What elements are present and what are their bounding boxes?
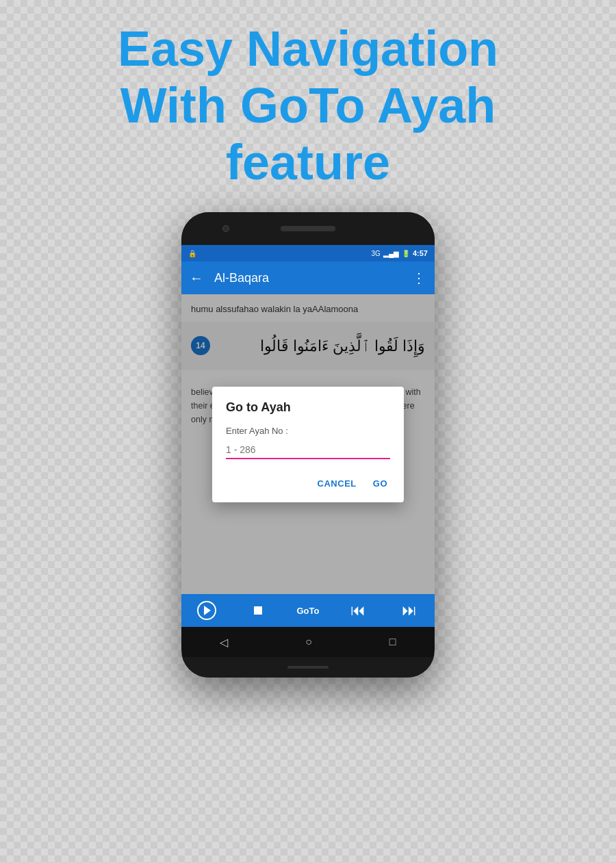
phone-mockup: 🔒 3G ▂▄▆ 🔋 4:57 ← Al-Baqara ⋮ humu alssu… (181, 212, 435, 678)
signal-text: 3G (372, 250, 381, 257)
stop-square-icon (254, 606, 262, 615)
prev-button[interactable]: ⏮ (346, 598, 370, 623)
go-button[interactable]: GO (370, 473, 390, 494)
ayah-number-input[interactable] (226, 441, 390, 458)
phone-speaker (281, 226, 335, 231)
heading-line2: With GoTo Ayah (41, 77, 575, 134)
phone-bottom-bezel (181, 657, 435, 678)
bottom-nav: GoTo ⏮ ⏭ (181, 594, 435, 627)
dialog-label: Enter Ayah No : (226, 426, 390, 436)
dialog-title: Go to Ayah (226, 400, 390, 415)
android-recents-button[interactable]: □ (389, 636, 396, 648)
phone-camera (222, 225, 229, 232)
play-circle-icon (197, 601, 216, 620)
phone-bottom-bar (287, 666, 329, 669)
time-display: 4:57 (413, 249, 428, 257)
play-button[interactable] (194, 598, 219, 623)
android-home-button[interactable]: ○ (305, 636, 312, 648)
play-triangle-icon (204, 606, 211, 615)
menu-button[interactable]: ⋮ (412, 270, 426, 286)
heading-line1: Easy Navigation (41, 21, 575, 77)
battery-icon: 🔋 (402, 250, 410, 257)
signal-icon: ▂▄▆ (383, 250, 399, 257)
status-icons: 3G ▂▄▆ 🔋 4:57 (372, 249, 428, 257)
goto-dialog: Go to Ayah Enter Ayah No : CANCEL GO (212, 387, 404, 502)
ayah-input-wrap (226, 441, 390, 459)
phone-screen: 🔒 3G ▂▄▆ 🔋 4:57 ← Al-Baqara ⋮ humu alssu… (181, 245, 435, 657)
back-button[interactable]: ← (190, 270, 203, 286)
content-area: humu alssufahao walakin la yaAAlamoona 1… (181, 294, 435, 594)
status-bar: 🔒 3G ▂▄▆ 🔋 4:57 (181, 245, 435, 261)
android-nav-bar: ◁ ○ □ (181, 627, 435, 657)
lock-icon: 🔒 (188, 250, 196, 257)
next-button[interactable]: ⏭ (397, 598, 422, 623)
app-bar: ← Al-Baqara ⋮ (181, 261, 435, 294)
android-back-button[interactable]: ◁ (220, 636, 228, 649)
goto-button[interactable]: GoTo (296, 606, 319, 616)
phone-top-bezel (181, 212, 435, 245)
heading-line3: feature (41, 134, 575, 191)
cancel-button[interactable]: CANCEL (315, 473, 359, 494)
status-bar-left: 🔒 (188, 250, 196, 257)
page-heading: Easy Navigation With GoTo Ayah feature (0, 14, 616, 197)
app-bar-title: Al-Baqara (214, 271, 412, 285)
dialog-overlay: Go to Ayah Enter Ayah No : CANCEL GO (181, 294, 435, 594)
stop-button[interactable] (246, 598, 270, 623)
dialog-buttons: CANCEL GO (226, 473, 390, 494)
